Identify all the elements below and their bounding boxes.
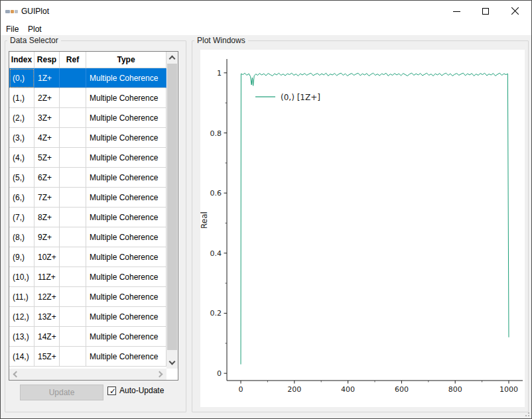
table-cell[interactable] — [60, 88, 86, 108]
table-cell[interactable]: (6,) — [9, 188, 34, 208]
table-cell[interactable]: Multiple Coherence — [86, 247, 166, 267]
table-cell[interactable] — [60, 188, 86, 208]
table-cell[interactable]: (13,) — [9, 327, 34, 347]
table-cell[interactable]: 12Z+ — [34, 287, 60, 307]
table-cell[interactable]: 5Z+ — [34, 148, 60, 168]
table-row[interactable]: (8,)9Z+Multiple Coherence — [9, 227, 166, 247]
table-cell[interactable]: (9,) — [9, 247, 34, 267]
plot-canvas: 0200400600800100000.20.40.60.81Real(0,) … — [200, 50, 525, 407]
table-cell[interactable] — [60, 327, 86, 347]
table-cell[interactable]: 1Z+ — [34, 68, 60, 88]
table-row[interactable]: (3,)4Z+Multiple Coherence — [9, 128, 166, 148]
table-row[interactable]: (1,)2Z+Multiple Coherence — [9, 88, 166, 108]
scroll-up-button[interactable] — [166, 52, 178, 63]
table-cell[interactable]: Multiple Coherence — [86, 208, 166, 227]
minimize-button[interactable] — [442, 1, 471, 22]
table-cell[interactable]: 3Z+ — [34, 108, 60, 128]
table-cell[interactable] — [60, 68, 86, 88]
table-cell[interactable] — [60, 347, 86, 367]
table-cell[interactable]: (10,) — [9, 267, 34, 287]
table-cell[interactable]: 8Z+ — [34, 208, 60, 227]
table-cell[interactable]: Multiple Coherence — [86, 108, 166, 128]
table-cell[interactable]: 10Z+ — [34, 247, 60, 267]
table-row[interactable]: (4,)5Z+Multiple Coherence — [9, 148, 166, 168]
column-header-ref[interactable]: Ref — [60, 52, 86, 68]
table-cell[interactable]: (14,) — [9, 347, 34, 367]
table-cell[interactable] — [60, 128, 86, 148]
table-cell[interactable]: Multiple Coherence — [86, 68, 166, 88]
table-cell[interactable]: Multiple Coherence — [86, 168, 166, 188]
table-cell[interactable]: (8,) — [9, 227, 34, 247]
y-tick-label: 1 — [217, 69, 222, 78]
table-row[interactable]: (9,)10Z+Multiple Coherence — [9, 247, 166, 267]
table-cell[interactable]: (2,) — [9, 108, 34, 128]
table-row[interactable]: (5,)6Z+Multiple Coherence — [9, 168, 166, 188]
scroll-right-button[interactable] — [155, 369, 166, 380]
scroll-down-button[interactable] — [166, 357, 178, 369]
column-header-resp[interactable]: Resp — [34, 52, 60, 68]
table-cell[interactable]: 13Z+ — [34, 307, 60, 327]
table-cell[interactable]: (3,) — [9, 128, 34, 148]
maximize-button[interactable] — [471, 1, 500, 22]
app-window: GUIPlot File Plot Data Selector Index Re… — [0, 0, 532, 419]
table-row[interactable]: (11,)12Z+Multiple Coherence — [9, 287, 166, 307]
table-cell[interactable]: (0,) — [9, 68, 34, 88]
table-cell[interactable]: 6Z+ — [34, 168, 60, 188]
table-cell[interactable] — [60, 307, 86, 327]
table-cell[interactable]: (1,) — [9, 88, 34, 108]
table-cell[interactable]: Multiple Coherence — [86, 327, 166, 347]
table-row[interactable]: (10,)11Z+Multiple Coherence — [9, 267, 166, 287]
table-row[interactable]: (12,)13Z+Multiple Coherence — [9, 307, 166, 327]
table-cell[interactable]: Multiple Coherence — [86, 128, 166, 148]
close-button[interactable] — [500, 1, 529, 22]
table-cell[interactable]: 11Z+ — [34, 267, 60, 287]
table-cell[interactable]: Multiple Coherence — [86, 188, 166, 208]
table-row[interactable]: (13,)14Z+Multiple Coherence — [9, 327, 166, 347]
table-cell[interactable]: 7Z+ — [34, 188, 60, 208]
table-cell[interactable] — [60, 227, 86, 247]
table-cell[interactable]: 15Z+ — [34, 347, 60, 367]
table-cell[interactable]: Multiple Coherence — [86, 347, 166, 367]
table-vertical-scrollbar[interactable] — [166, 52, 178, 369]
table-row[interactable]: (2,)3Z+Multiple Coherence — [9, 108, 166, 128]
column-header-type[interactable]: Type — [86, 52, 166, 68]
table-cell[interactable]: (12,) — [9, 307, 34, 327]
table-cell[interactable] — [60, 148, 86, 168]
table-cell[interactable]: (5,) — [9, 168, 34, 188]
table-cell[interactable]: 9Z+ — [34, 227, 60, 247]
table-row[interactable]: (0,)1Z+Multiple Coherence — [9, 68, 166, 88]
chevron-up-icon — [169, 56, 176, 62]
table-cell[interactable]: Multiple Coherence — [86, 307, 166, 327]
resize-grip[interactable] — [524, 411, 529, 416]
menu-plot[interactable]: Plot — [24, 23, 46, 35]
table-cell[interactable]: 4Z+ — [34, 128, 60, 148]
table-row[interactable]: (7,)8Z+Multiple Coherence — [9, 208, 166, 227]
table-cell[interactable] — [60, 247, 86, 267]
table-cell[interactable]: Multiple Coherence — [86, 287, 166, 307]
table-cell[interactable]: Multiple Coherence — [86, 227, 166, 247]
table-horizontal-scrollbar[interactable] — [9, 369, 166, 380]
update-button[interactable]: Update — [20, 385, 103, 400]
menu-file[interactable]: File — [2, 23, 23, 35]
table-cell[interactable] — [60, 168, 86, 188]
table-cell[interactable]: Multiple Coherence — [86, 88, 166, 108]
table-cell[interactable]: (7,) — [9, 208, 34, 227]
table-cell[interactable] — [60, 108, 86, 128]
vertical-scroll-thumb[interactable] — [167, 64, 177, 350]
table-rows: (0,)1Z+Multiple Coherence(1,)2Z+Multiple… — [9, 68, 166, 367]
table-cell[interactable]: (11,) — [9, 287, 34, 307]
table-cell[interactable]: Multiple Coherence — [86, 267, 166, 287]
y-tick-label: 0.2 — [210, 309, 222, 318]
table-cell[interactable]: 2Z+ — [34, 88, 60, 108]
table-cell[interactable]: 14Z+ — [34, 327, 60, 347]
column-header-index[interactable]: Index — [9, 52, 34, 68]
auto-update-checkbox[interactable]: ✓ — [107, 387, 116, 395]
table-cell[interactable] — [60, 208, 86, 227]
table-row[interactable]: (6,)7Z+Multiple Coherence — [9, 188, 166, 208]
table-row[interactable]: (14,)15Z+Multiple Coherence — [9, 347, 166, 367]
table-cell[interactable] — [60, 267, 86, 287]
table-cell[interactable] — [60, 287, 86, 307]
scroll-left-button[interactable] — [9, 369, 21, 380]
table-cell[interactable]: (4,) — [9, 148, 34, 168]
table-cell[interactable]: Multiple Coherence — [86, 148, 166, 168]
